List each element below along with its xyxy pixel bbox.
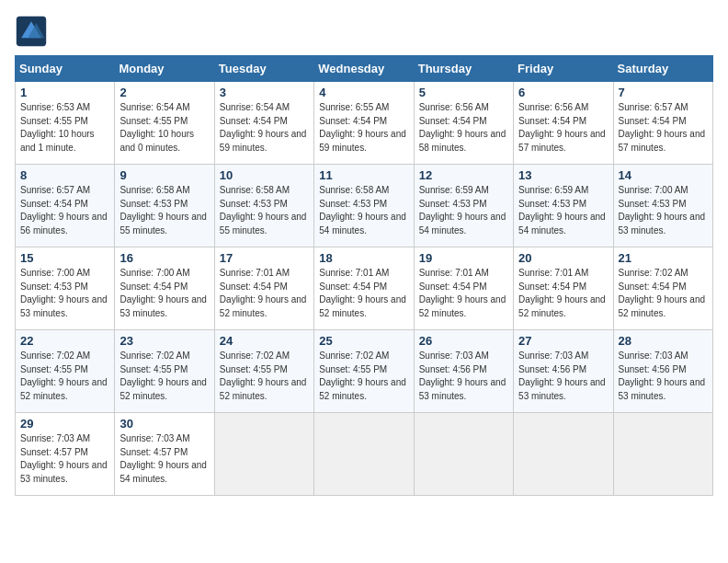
calendar-cell: 24 Sunrise: 7:02 AM Sunset: 4:55 PM Dayl… — [214, 330, 313, 413]
day-info: Sunrise: 6:56 AM Sunset: 4:54 PM Dayligh… — [419, 101, 508, 155]
dow-header-tuesday: Tuesday — [214, 56, 313, 82]
calendar-table: SundayMondayTuesdayWednesdayThursdayFrid… — [15, 55, 713, 496]
calendar-cell: 22 Sunrise: 7:02 AM Sunset: 4:55 PM Dayl… — [16, 330, 115, 413]
dow-header-thursday: Thursday — [414, 56, 513, 82]
day-number: 16 — [119, 251, 209, 265]
day-info: Sunrise: 7:02 AM Sunset: 4:55 PM Dayligh… — [319, 350, 408, 403]
calendar-cell: 8 Sunrise: 6:57 AM Sunset: 4:54 PM Dayli… — [16, 165, 115, 247]
day-info: Sunrise: 6:59 AM Sunset: 4:53 PM Dayligh… — [419, 184, 508, 237]
calendar-week-2: 15 Sunrise: 7:00 AM Sunset: 4:53 PM Dayl… — [16, 247, 713, 330]
day-number: 10 — [220, 168, 309, 182]
day-number: 19 — [419, 251, 508, 265]
day-info: Sunrise: 7:00 AM Sunset: 4:53 PM Dayligh… — [619, 184, 708, 237]
dow-header-saturday: Saturday — [613, 56, 712, 82]
day-info: Sunrise: 6:58 AM Sunset: 4:53 PM Dayligh… — [119, 184, 209, 237]
day-number: 28 — [619, 334, 708, 348]
calendar-body: 1 Sunrise: 6:53 AM Sunset: 4:55 PM Dayli… — [16, 82, 713, 496]
day-number: 5 — [419, 86, 508, 99]
day-number: 9 — [119, 168, 209, 182]
calendar-cell — [214, 413, 313, 496]
dow-header-friday: Friday — [514, 56, 613, 82]
day-number: 8 — [20, 168, 109, 182]
day-info: Sunrise: 7:00 AM Sunset: 4:53 PM Dayligh… — [20, 267, 109, 320]
calendar-week-1: 8 Sunrise: 6:57 AM Sunset: 4:54 PM Dayli… — [16, 165, 713, 247]
logo — [15, 15, 51, 48]
day-info: Sunrise: 7:01 AM Sunset: 4:54 PM Dayligh… — [319, 267, 408, 320]
calendar-cell: 27 Sunrise: 7:03 AM Sunset: 4:56 PM Dayl… — [514, 330, 613, 413]
dow-header-wednesday: Wednesday — [314, 56, 414, 82]
calendar-cell: 23 Sunrise: 7:02 AM Sunset: 4:55 PM Dayl… — [115, 330, 214, 413]
dow-header-monday: Monday — [115, 56, 214, 82]
calendar-cell: 12 Sunrise: 6:59 AM Sunset: 4:53 PM Dayl… — [414, 165, 513, 247]
day-info: Sunrise: 7:02 AM Sunset: 4:55 PM Dayligh… — [220, 350, 309, 403]
day-info: Sunrise: 7:03 AM Sunset: 4:56 PM Dayligh… — [518, 350, 608, 403]
calendar-cell: 14 Sunrise: 7:00 AM Sunset: 4:53 PM Dayl… — [613, 165, 712, 247]
calendar-cell — [613, 413, 712, 496]
page-header — [15, 15, 713, 48]
dow-header-sunday: Sunday — [16, 56, 115, 82]
day-info: Sunrise: 7:01 AM Sunset: 4:54 PM Dayligh… — [220, 267, 309, 320]
calendar-cell: 15 Sunrise: 7:00 AM Sunset: 4:53 PM Dayl… — [16, 247, 115, 330]
calendar-cell: 16 Sunrise: 7:00 AM Sunset: 4:54 PM Dayl… — [115, 247, 214, 330]
day-number: 23 — [119, 334, 209, 348]
day-info: Sunrise: 7:01 AM Sunset: 4:54 PM Dayligh… — [419, 267, 508, 320]
day-info: Sunrise: 6:54 AM Sunset: 4:55 PM Dayligh… — [119, 101, 209, 155]
calendar-cell: 30 Sunrise: 7:03 AM Sunset: 4:57 PM Dayl… — [115, 413, 214, 496]
day-number: 20 — [518, 251, 608, 265]
calendar-cell: 2 Sunrise: 6:54 AM Sunset: 4:55 PM Dayli… — [115, 82, 214, 165]
day-number: 21 — [619, 251, 708, 265]
calendar-cell: 10 Sunrise: 6:58 AM Sunset: 4:53 PM Dayl… — [214, 165, 313, 247]
calendar-cell: 25 Sunrise: 7:02 AM Sunset: 4:55 PM Dayl… — [314, 330, 414, 413]
calendar-cell — [314, 413, 414, 496]
day-info: Sunrise: 7:02 AM Sunset: 4:55 PM Dayligh… — [119, 350, 209, 403]
day-number: 6 — [518, 86, 608, 99]
calendar-cell: 7 Sunrise: 6:57 AM Sunset: 4:54 PM Dayli… — [613, 82, 712, 165]
calendar-cell: 3 Sunrise: 6:54 AM Sunset: 4:54 PM Dayli… — [214, 82, 313, 165]
day-number: 4 — [319, 86, 408, 99]
day-info: Sunrise: 6:57 AM Sunset: 4:54 PM Dayligh… — [619, 101, 708, 155]
calendar-cell: 11 Sunrise: 6:58 AM Sunset: 4:53 PM Dayl… — [314, 165, 414, 247]
day-number: 26 — [419, 334, 508, 348]
calendar-cell: 6 Sunrise: 6:56 AM Sunset: 4:54 PM Dayli… — [514, 82, 613, 165]
calendar-cell — [414, 413, 513, 496]
calendar-cell: 5 Sunrise: 6:56 AM Sunset: 4:54 PM Dayli… — [414, 82, 513, 165]
calendar-cell: 28 Sunrise: 7:03 AM Sunset: 4:56 PM Dayl… — [613, 330, 712, 413]
day-number: 29 — [20, 417, 109, 431]
calendar-cell: 9 Sunrise: 6:58 AM Sunset: 4:53 PM Dayli… — [115, 165, 214, 247]
day-number: 3 — [220, 86, 309, 99]
calendar-cell: 13 Sunrise: 6:59 AM Sunset: 4:53 PM Dayl… — [514, 165, 613, 247]
day-info: Sunrise: 7:02 AM Sunset: 4:55 PM Dayligh… — [20, 350, 109, 403]
day-info: Sunrise: 7:03 AM Sunset: 4:57 PM Dayligh… — [119, 432, 209, 486]
logo-icon — [15, 15, 48, 48]
day-info: Sunrise: 6:55 AM Sunset: 4:54 PM Dayligh… — [319, 101, 408, 155]
day-number: 14 — [619, 168, 708, 182]
day-number: 2 — [119, 86, 209, 99]
calendar-cell: 26 Sunrise: 7:03 AM Sunset: 4:56 PM Dayl… — [414, 330, 513, 413]
day-number: 17 — [220, 251, 309, 265]
day-number: 24 — [220, 334, 309, 348]
day-number: 25 — [319, 334, 408, 348]
day-info: Sunrise: 6:56 AM Sunset: 4:54 PM Dayligh… — [518, 101, 608, 155]
day-info: Sunrise: 6:59 AM Sunset: 4:53 PM Dayligh… — [518, 184, 608, 237]
day-number: 1 — [20, 86, 109, 99]
calendar-week-3: 22 Sunrise: 7:02 AM Sunset: 4:55 PM Dayl… — [16, 330, 713, 413]
calendar-week-4: 29 Sunrise: 7:03 AM Sunset: 4:57 PM Dayl… — [16, 413, 713, 496]
day-number: 11 — [319, 168, 408, 182]
day-number: 12 — [419, 168, 508, 182]
calendar-cell — [514, 413, 613, 496]
day-info: Sunrise: 7:02 AM Sunset: 4:54 PM Dayligh… — [619, 267, 708, 320]
calendar-cell: 17 Sunrise: 7:01 AM Sunset: 4:54 PM Dayl… — [214, 247, 313, 330]
day-number: 18 — [319, 251, 408, 265]
calendar-cell: 4 Sunrise: 6:55 AM Sunset: 4:54 PM Dayli… — [314, 82, 414, 165]
calendar-cell: 19 Sunrise: 7:01 AM Sunset: 4:54 PM Dayl… — [414, 247, 513, 330]
day-info: Sunrise: 6:57 AM Sunset: 4:54 PM Dayligh… — [20, 184, 109, 237]
day-number: 22 — [20, 334, 109, 348]
day-info: Sunrise: 7:00 AM Sunset: 4:54 PM Dayligh… — [119, 267, 209, 320]
day-info: Sunrise: 7:03 AM Sunset: 4:56 PM Dayligh… — [619, 350, 708, 403]
calendar-cell: 21 Sunrise: 7:02 AM Sunset: 4:54 PM Dayl… — [613, 247, 712, 330]
calendar-cell: 18 Sunrise: 7:01 AM Sunset: 4:54 PM Dayl… — [314, 247, 414, 330]
day-info: Sunrise: 7:03 AM Sunset: 4:57 PM Dayligh… — [20, 432, 109, 486]
day-number: 15 — [20, 251, 109, 265]
day-number: 27 — [518, 334, 608, 348]
day-info: Sunrise: 6:58 AM Sunset: 4:53 PM Dayligh… — [319, 184, 408, 237]
